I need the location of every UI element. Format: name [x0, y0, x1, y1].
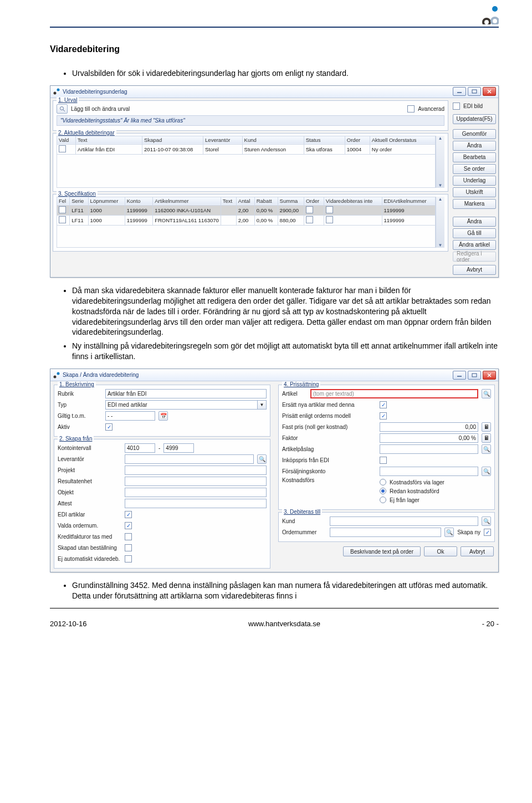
col-ord[interactable]: Order — [304, 197, 324, 205]
spec-table[interactable]: Fel Serie Löpnummer Konto Artikelnummer … — [57, 197, 436, 248]
rubrik-input[interactable]: Artiklar från EDI — [105, 389, 267, 398]
obj-input[interactable] — [125, 488, 267, 497]
col-artnr[interactable]: Artikelnummer — [153, 197, 221, 205]
avancerad-checkbox[interactable] — [407, 105, 415, 112]
kund-input[interactable] — [330, 516, 478, 526]
col-lopnr[interactable]: Löpnummer — [88, 197, 125, 205]
row-checkbox[interactable] — [326, 216, 333, 223]
row-checkbox[interactable] — [306, 216, 313, 223]
search-icon[interactable]: 🔍 — [482, 516, 491, 526]
col-summa[interactable]: Summa — [278, 197, 304, 205]
prisatt-checkbox[interactable]: ✓ — [380, 412, 387, 420]
andra-button[interactable]: Ändra — [453, 141, 496, 151]
lev-input[interactable] — [125, 454, 254, 464]
onr-input[interactable] — [330, 528, 441, 537]
chevron-down-icon[interactable]: ▼ — [258, 400, 267, 410]
col-vald[interactable]: Vald — [57, 136, 76, 144]
maximize-button[interactable] — [468, 371, 481, 380]
col-status[interactable]: Status — [304, 136, 345, 144]
scrollbar[interactable]: ▲▼ — [436, 136, 444, 188]
col-serie[interactable]: Serie — [70, 197, 88, 205]
ediart-checkbox[interactable]: ✓ — [125, 511, 132, 518]
search-icon[interactable]: 🔍 — [257, 454, 267, 464]
col-fel[interactable]: Fel — [57, 197, 70, 205]
proj-input[interactable] — [125, 466, 267, 475]
search-icon[interactable]: 🔍 — [482, 389, 491, 398]
col-skapad[interactable]: Skapad — [142, 136, 203, 144]
table-row[interactable]: LF11 1000 1199999 FRONT119AL161 1163070 … — [57, 215, 436, 225]
bearbeta-button[interactable]: Bearbeta — [453, 152, 496, 162]
row-checkbox[interactable] — [326, 206, 333, 213]
calculator-icon[interactable]: 🖩 — [482, 422, 491, 432]
close-button[interactable] — [483, 87, 496, 96]
col-lev[interactable]: Leverantör — [203, 136, 243, 144]
konto-from-input[interactable]: 4010 — [125, 443, 155, 453]
close-button[interactable] — [483, 371, 496, 380]
col-rabatt[interactable]: Rabatt — [254, 197, 278, 205]
utskrift-button[interactable]: Utskrift — [453, 187, 496, 197]
skapa-ny-checkbox[interactable]: ✓ — [484, 529, 491, 536]
scrollbar[interactable]: ▲▼ — [436, 197, 444, 248]
inkop-checkbox[interactable] — [380, 457, 387, 464]
col-ediart[interactable]: EDIArtikelnummer — [382, 197, 435, 205]
search-icon[interactable]: 🔍 — [444, 528, 454, 537]
add-urval-label[interactable]: Lägg till och ändra urval — [71, 106, 130, 112]
se-order-button[interactable]: Se order — [453, 164, 496, 174]
col-ostatus[interactable]: Aktuell Orderstatus — [370, 136, 435, 144]
col-order[interactable]: Order — [345, 136, 370, 144]
calendar-icon[interactable]: 📅 — [158, 411, 168, 421]
res-input[interactable] — [125, 477, 267, 486]
avbryt-button[interactable]: Avbryt — [461, 546, 494, 556]
kostnad-via-lager-radio[interactable] — [380, 479, 386, 485]
row-checkbox[interactable] — [59, 206, 66, 213]
row-checkbox[interactable] — [59, 145, 66, 152]
valdao-checkbox[interactable]: ✓ — [125, 522, 132, 529]
search-icon[interactable] — [57, 104, 68, 114]
genomfor-button[interactable]: Genomför — [453, 129, 496, 139]
artpa-input[interactable] — [380, 444, 478, 454]
ga-till-button[interactable]: Gå till — [453, 228, 496, 238]
avbryt-button[interactable]: Avbryt — [453, 265, 496, 275]
fast-input[interactable]: 0,00 — [380, 422, 478, 432]
ej-fran-lager-radio[interactable] — [380, 497, 386, 503]
kredit-checkbox[interactable] — [125, 533, 132, 540]
table-row[interactable]: LF11 1000 1199999 1162000 INKA-U101AN 2,… — [57, 205, 436, 215]
redan-kostnadsford-radio[interactable] — [380, 488, 386, 494]
konto-to-input[interactable]: 4999 — [163, 443, 194, 453]
col-antal[interactable]: Antal — [236, 197, 254, 205]
col-text[interactable]: Text — [76, 136, 142, 144]
debiteringar-table[interactable]: Vald Text Skapad Leverantör Kund Status … — [57, 136, 436, 188]
edi-bild-checkbox[interactable] — [453, 103, 460, 110]
redigera-i-order-button[interactable]: Redigera i order — [453, 252, 496, 262]
underlag-button[interactable]: Underlag — [453, 176, 496, 186]
artikel-input[interactable]: (tom ger textrad) — [310, 389, 478, 398]
attest-input[interactable] — [125, 499, 267, 508]
forsk-input[interactable] — [380, 467, 478, 476]
typ-select[interactable]: EDI med artiklar▼ — [105, 400, 267, 410]
maximize-button[interactable] — [468, 87, 481, 96]
giltig-input[interactable]: - - — [105, 411, 155, 421]
search-icon[interactable]: 🔍 — [482, 444, 491, 454]
col-t[interactable]: Text — [221, 197, 236, 205]
andra-spec-button[interactable]: Ändra — [453, 217, 496, 227]
col-kund[interactable]: Kund — [242, 136, 304, 144]
minimize-button[interactable] — [453, 371, 466, 380]
beskrivande-text-button[interactable]: Beskrivande text på order — [343, 546, 421, 556]
row-checkbox[interactable] — [59, 216, 66, 223]
markera-button[interactable]: Markera — [453, 199, 496, 209]
col-vinte[interactable]: Vidaredebiteras inte — [324, 197, 382, 205]
skapad-checkbox[interactable] — [125, 544, 132, 551]
ersatt-checkbox[interactable]: ✓ — [380, 401, 387, 408]
aktiv-checkbox[interactable]: ✓ — [105, 423, 112, 431]
uppdatera-button[interactable]: Uppdatera(F5) — [453, 114, 496, 124]
search-icon[interactable]: 🔍 — [482, 467, 491, 476]
andra-artikel-button[interactable]: Ändra artikel — [453, 240, 496, 250]
row-checkbox[interactable] — [306, 206, 313, 213]
faktor-input[interactable]: 0,00 % — [380, 433, 478, 443]
ok-button[interactable]: Ok — [424, 546, 457, 556]
table-row[interactable]: Artiklar från EDI 2011-10-07 09:38:08 St… — [57, 144, 436, 154]
ejauto-checkbox[interactable] — [125, 555, 132, 562]
col-konto[interactable]: Konto — [125, 197, 152, 205]
calculator-icon[interactable]: 🖩 — [482, 433, 491, 443]
minimize-button[interactable] — [453, 87, 466, 96]
